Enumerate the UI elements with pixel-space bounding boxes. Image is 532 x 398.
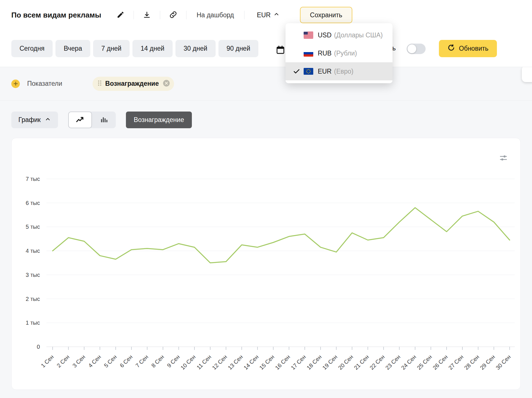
save-button[interactable]: Сохранить — [300, 7, 352, 23]
calendar-button[interactable] — [274, 43, 287, 57]
x-axis-label: 13 Сен — [227, 354, 244, 371]
x-axis-label: 14 Сен — [243, 354, 260, 371]
divider — [186, 11, 186, 19]
date-range-group: СегодняВчера7 дней14 дней30 дней90 дней — [11, 40, 258, 57]
currency-name: (Рубли) — [334, 50, 357, 57]
currency-option-usd[interactable]: USD(Доллары США) — [286, 26, 392, 44]
x-axis-label: 6 Сен — [119, 354, 134, 369]
x-axis-label: 20 Сен — [337, 354, 354, 371]
toggle-knob — [407, 44, 416, 53]
currency-option-eur[interactable]: EUR(Евро) — [286, 62, 392, 80]
app-root: По всем видам рекламы На дашборд EUR — [0, 0, 532, 398]
currency-button-label: EUR — [257, 11, 271, 19]
y-axis-label: 1 тыс — [26, 320, 40, 326]
chart-settings-button[interactable] — [498, 152, 509, 164]
x-axis-label: 8 Сен — [150, 354, 165, 369]
x-axis-label: 1 Сен — [40, 354, 55, 369]
x-axis-label: 19 Сен — [321, 354, 338, 371]
edit-title-button[interactable] — [115, 9, 126, 21]
x-axis-label: 18 Сен — [305, 354, 323, 371]
x-axis-label: 23 Сен — [384, 354, 402, 371]
date-range-button-30d[interactable]: 30 дней — [175, 40, 216, 57]
currency-option-rub[interactable]: RUB(Рубли) — [286, 44, 392, 62]
x-axis-label: 30 Сен — [495, 354, 512, 371]
download-button[interactable] — [141, 9, 153, 21]
y-axis-label: 5 тыс — [26, 224, 40, 230]
chart-controls: График Вознаграждение — [11, 112, 192, 128]
bar-chart-toggle-button[interactable] — [92, 112, 116, 128]
metrics-row: Показатели Вознаграждение — [0, 67, 532, 100]
add-metric-button[interactable]: Показатели — [11, 80, 62, 88]
chart-view-label: График — [18, 116, 41, 124]
chart-type-toggle — [68, 112, 116, 128]
scrollbar-thumb[interactable] — [522, 66, 532, 82]
toolbar: СегодняВчера7 дней14 дней30 дней90 дней … — [0, 30, 532, 67]
y-axis-label: 4 тыс — [26, 248, 40, 254]
close-icon — [162, 79, 170, 88]
currency-code: USD — [318, 31, 332, 39]
date-range-button-yesterday[interactable]: Вчера — [55, 40, 90, 57]
date-range-button-7d[interactable]: 7 дней — [93, 40, 130, 57]
x-axis-label: 28 Сен — [463, 354, 480, 371]
line-chart-icon — [75, 115, 85, 125]
date-range-button-today[interactable]: Сегодня — [11, 40, 53, 57]
drag-handle-icon[interactable] — [97, 80, 102, 87]
x-axis-label: 22 Сен — [368, 354, 386, 371]
flag-eu-icon — [304, 68, 313, 75]
chevron-up-icon — [273, 11, 280, 19]
currency-dropdown: USD(Доллары США)RUB(Рубли)EUR(Евро) — [286, 23, 392, 83]
compare-toggle[interactable] — [407, 44, 426, 54]
x-axis-label: 11 Сен — [196, 354, 213, 371]
header: По всем видам рекламы На дашборд EUR — [0, 0, 532, 30]
flag-ru-icon — [304, 50, 313, 57]
y-axis-label: 7 тыс — [26, 176, 40, 182]
x-axis-label: 7 Сен — [134, 354, 149, 369]
x-axis-label: 9 Сен — [166, 354, 181, 369]
download-icon — [143, 11, 151, 20]
chart-view-button[interactable]: График — [11, 112, 58, 128]
chip-close-button[interactable] — [162, 79, 170, 88]
copy-link-button[interactable] — [168, 9, 179, 21]
x-axis-label: 4 Сен — [87, 354, 102, 369]
x-axis-label: 5 Сен — [103, 354, 118, 369]
pencil-icon — [117, 11, 125, 20]
line-chart-toggle-button[interactable] — [68, 112, 92, 128]
x-axis-label: 15 Сен — [258, 354, 275, 371]
currency-code: EUR — [318, 68, 332, 75]
series-badge: Вознаграждение — [126, 112, 192, 128]
chart-card: 01 тыс2 тыс3 тыс4 тыс5 тыс6 тыс7 тыс1 Се… — [11, 138, 521, 390]
divider — [160, 11, 160, 19]
x-axis-label: 25 Сен — [416, 354, 433, 371]
x-axis-label: 12 Сен — [211, 354, 228, 371]
bar-chart-icon — [100, 115, 108, 125]
y-axis-label: 0 — [37, 344, 40, 350]
x-axis-label: 26 Сен — [432, 354, 449, 371]
x-axis-label: 16 Сен — [274, 354, 291, 371]
calendar-icon — [276, 45, 285, 55]
x-axis-label: 2 Сен — [55, 354, 70, 369]
x-axis-label: 10 Сен — [179, 354, 197, 371]
check-icon — [293, 68, 304, 75]
page-title: По всем видам рекламы — [11, 11, 101, 20]
divider — [244, 11, 244, 19]
line-chart: 01 тыс2 тыс3 тыс4 тыс5 тыс6 тыс7 тыс1 Се… — [12, 138, 520, 390]
plus-icon — [11, 80, 20, 88]
flag-us-icon — [304, 32, 313, 38]
currency-button[interactable]: EUR — [255, 9, 282, 21]
refresh-button[interactable]: Обновить — [439, 40, 497, 57]
currency-name: (Доллары США) — [334, 31, 383, 39]
date-range-button-90d[interactable]: 90 дней — [218, 40, 259, 57]
x-axis-label: 21 Сен — [353, 354, 370, 371]
chevron-up-icon — [45, 116, 51, 124]
refresh-icon — [447, 44, 455, 53]
x-axis-label: 29 Сен — [479, 354, 496, 371]
to-dashboard-button[interactable]: На дашборд — [194, 10, 237, 21]
currency-code: RUB — [318, 50, 332, 57]
metric-chip[interactable]: Вознаграждение — [93, 77, 174, 91]
x-axis-label: 24 Сен — [400, 354, 417, 371]
divider — [134, 11, 134, 19]
metric-chip-label: Вознаграждение — [105, 80, 159, 87]
currency-name: (Евро) — [334, 68, 353, 75]
y-axis-label: 2 тыс — [26, 296, 40, 302]
date-range-button-14d[interactable]: 14 дней — [132, 40, 173, 57]
